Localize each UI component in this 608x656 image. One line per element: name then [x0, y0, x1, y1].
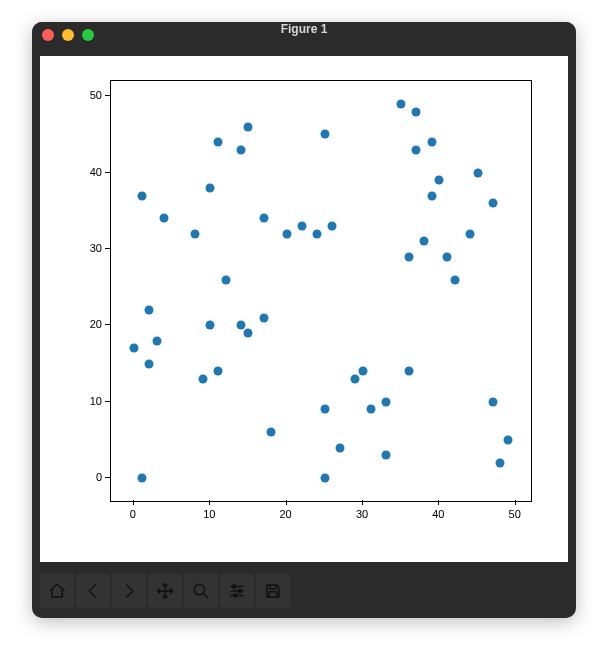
svg-point-3	[234, 594, 237, 597]
data-point	[420, 237, 429, 246]
data-point	[320, 130, 329, 139]
data-point	[191, 229, 200, 238]
data-point	[404, 252, 413, 261]
x-tick-label: 10	[203, 508, 215, 520]
data-point	[412, 107, 421, 116]
svg-point-2	[239, 590, 242, 593]
plot-area	[110, 80, 532, 502]
data-point	[473, 168, 482, 177]
home-button[interactable]	[40, 574, 74, 608]
data-point	[404, 367, 413, 376]
data-point	[450, 275, 459, 284]
plot-canvas: 0102030405001020304050	[40, 56, 568, 562]
x-tick-label: 20	[280, 508, 292, 520]
configure-button[interactable]	[220, 574, 254, 608]
back-button[interactable]	[76, 574, 110, 608]
data-point	[236, 321, 245, 330]
data-point	[244, 122, 253, 131]
data-point	[427, 138, 436, 147]
data-point	[137, 191, 146, 200]
home-icon	[48, 582, 66, 600]
data-point	[145, 306, 154, 315]
data-point	[488, 397, 497, 406]
back-icon	[84, 582, 102, 600]
x-tick-label: 30	[356, 508, 368, 520]
window-title: Figure 1	[32, 22, 576, 36]
data-point	[496, 458, 505, 467]
data-point	[366, 405, 375, 414]
matplotlib-toolbar	[40, 574, 290, 610]
data-point	[443, 252, 452, 261]
pan-icon	[156, 582, 174, 600]
data-point	[488, 199, 497, 208]
data-point	[397, 99, 406, 108]
data-point	[328, 222, 337, 231]
titlebar: Figure 1	[32, 22, 576, 50]
data-point	[259, 313, 268, 322]
data-point	[313, 229, 322, 238]
zoom-icon	[192, 582, 210, 600]
data-point	[320, 405, 329, 414]
y-tick-label: 0	[96, 471, 102, 483]
data-point	[336, 443, 345, 452]
data-point	[504, 435, 513, 444]
data-point	[465, 229, 474, 238]
y-tick-label: 20	[90, 318, 102, 330]
data-point	[282, 229, 291, 238]
data-point	[206, 321, 215, 330]
data-point	[381, 451, 390, 460]
x-tick-label: 40	[432, 508, 444, 520]
forward-button[interactable]	[112, 574, 146, 608]
data-point	[244, 329, 253, 338]
data-point	[297, 222, 306, 231]
data-point	[206, 183, 215, 192]
data-point	[236, 145, 245, 154]
data-point	[359, 367, 368, 376]
y-tick-label: 40	[90, 166, 102, 178]
data-point	[351, 374, 360, 383]
data-point	[198, 374, 207, 383]
svg-point-1	[233, 585, 236, 588]
save-button[interactable]	[256, 574, 290, 608]
data-point	[137, 474, 146, 483]
data-point	[320, 474, 329, 483]
data-point	[213, 138, 222, 147]
data-point	[129, 344, 138, 353]
zoom-button[interactable]	[184, 574, 218, 608]
data-point	[221, 275, 230, 284]
figure-window: Figure 1 0102030405001020304050	[32, 22, 576, 618]
data-point	[267, 428, 276, 437]
data-point	[152, 336, 161, 345]
data-point	[160, 214, 169, 223]
y-tick-label: 50	[90, 89, 102, 101]
save-icon	[264, 582, 282, 600]
y-tick-label: 30	[90, 242, 102, 254]
pan-button[interactable]	[148, 574, 182, 608]
x-tick-label: 50	[509, 508, 521, 520]
data-point	[381, 397, 390, 406]
data-point	[412, 145, 421, 154]
y-tick-label: 10	[90, 395, 102, 407]
configure-icon	[228, 582, 246, 600]
data-point	[259, 214, 268, 223]
data-point	[427, 191, 436, 200]
forward-icon	[120, 582, 138, 600]
x-tick-label: 0	[130, 508, 136, 520]
data-point	[213, 367, 222, 376]
data-point	[435, 176, 444, 185]
data-point	[145, 359, 154, 368]
